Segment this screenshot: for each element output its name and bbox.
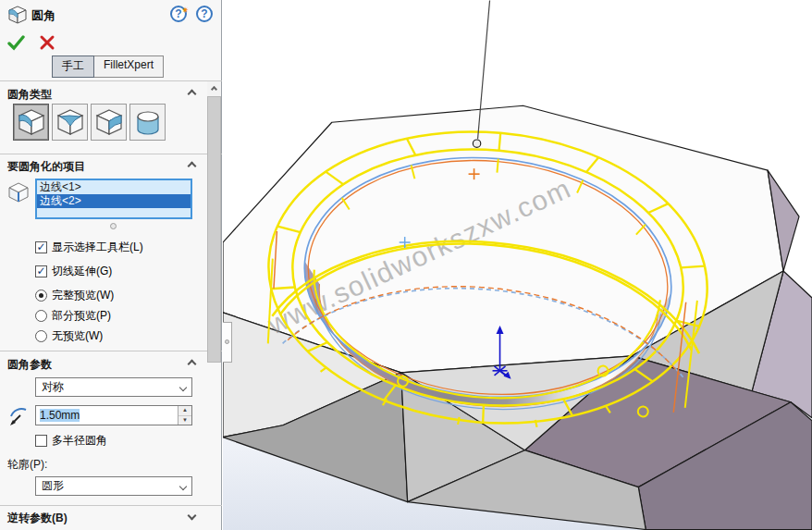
divider bbox=[0, 351, 222, 351]
partial-preview-option[interactable]: 部分预览(P) bbox=[35, 308, 111, 324]
spin-up-icon[interactable]: ▲ bbox=[178, 406, 191, 416]
full-preview-label: 完整预览(W) bbox=[52, 288, 114, 303]
multi-radius-option[interactable]: 多半径圆角 bbox=[35, 433, 107, 449]
cancel-button[interactable] bbox=[39, 34, 55, 51]
tab-manual[interactable]: 手工 bbox=[52, 55, 94, 78]
spin-down-icon[interactable]: ▼ bbox=[178, 416, 191, 425]
show-selection-toolbar-label: 显示选择工具栏(L) bbox=[52, 240, 143, 255]
spinner-buttons[interactable]: ▲ ▼ bbox=[178, 406, 191, 425]
chevron-down-icon bbox=[179, 384, 187, 391]
full-round-fillet-button[interactable] bbox=[129, 104, 166, 141]
panel-splitter-handle[interactable] bbox=[223, 322, 232, 363]
full-round-fillet-icon bbox=[133, 107, 163, 137]
no-preview-label: 无预览(W) bbox=[52, 328, 103, 344]
panel-scrollbar[interactable] bbox=[207, 81, 221, 363]
mode-tabs: 手工 FilletXpert bbox=[52, 55, 164, 78]
section-fillet-parameters: 圆角参数 bbox=[7, 357, 52, 373]
chevron-up-icon bbox=[211, 85, 217, 92]
radio-selected-icon[interactable] bbox=[35, 290, 47, 302]
full-preview-option[interactable]: 完整预览(W) bbox=[35, 288, 114, 303]
solidworks-window: 圆角 ? ✷ ? 手工 FilletXpert 圆角类型 bbox=[0, 0, 812, 530]
panel-header: 圆角 ? ✷ ? bbox=[0, 0, 222, 30]
edge-selection-icon bbox=[7, 181, 30, 203]
no-preview-option[interactable]: 无预览(W) bbox=[35, 328, 103, 344]
divider bbox=[0, 154, 222, 154]
checkbox-unchecked-icon[interactable] bbox=[35, 435, 47, 447]
radius-value: 1.50mm bbox=[40, 409, 80, 422]
collapse-parameters-icon[interactable] bbox=[188, 360, 197, 369]
checkbox-checked-icon[interactable]: ✓ bbox=[35, 241, 47, 253]
sparkle-icon: ✷ bbox=[181, 4, 189, 17]
section-items-to-fillet: 要圆角化的项目 bbox=[7, 159, 85, 175]
profile-dropdown[interactable]: 圆形 bbox=[35, 476, 192, 496]
symmetry-value: 对称 bbox=[42, 380, 64, 393]
edges-listbox[interactable]: 边线<1> 边线<2> bbox=[35, 179, 192, 219]
help-icon[interactable]: ? bbox=[196, 6, 213, 22]
listbox-resize-handle[interactable] bbox=[110, 223, 117, 229]
whats-new-help-icon[interactable]: ? ✷ bbox=[170, 6, 187, 22]
callout-endpoint-icon bbox=[473, 140, 480, 147]
divider bbox=[0, 505, 222, 506]
profile-value: 圆形 bbox=[42, 479, 64, 492]
edge-item-1[interactable]: 边线<1> bbox=[37, 180, 191, 194]
variable-size-fillet-button[interactable] bbox=[52, 104, 88, 141]
profile-label: 轮廓(P): bbox=[7, 457, 47, 473]
symmetry-dropdown[interactable]: 对称 bbox=[35, 377, 192, 397]
face-fillet-icon bbox=[94, 107, 124, 137]
radio-icon[interactable] bbox=[35, 310, 47, 322]
edge-item-2[interactable]: 边线<2> bbox=[37, 194, 191, 208]
panel-title: 圆角 bbox=[31, 7, 55, 24]
partial-preview-label: 部分预览(P) bbox=[52, 308, 111, 324]
section-setback-parameters: 逆转参数(B) bbox=[7, 511, 68, 526]
tab-filletxpert[interactable]: FilletXpert bbox=[94, 55, 164, 78]
chevron-down-icon bbox=[179, 483, 187, 490]
tangent-propagation-label: 切线延伸(G) bbox=[52, 264, 112, 279]
constant-fillet-icon bbox=[17, 107, 46, 137]
tangent-propagation-option[interactable]: ✓ 切线延伸(G) bbox=[35, 264, 112, 279]
section-fillet-type: 圆角类型 bbox=[7, 87, 52, 103]
radio-icon[interactable] bbox=[35, 330, 47, 342]
radius-input[interactable]: 1.50mm bbox=[36, 406, 178, 425]
radius-icon bbox=[7, 405, 30, 427]
variable-fillet-icon bbox=[55, 107, 85, 137]
ok-button[interactable] bbox=[7, 33, 26, 52]
expand-setback-icon[interactable] bbox=[188, 512, 197, 521]
collapse-fillet-type-icon[interactable] bbox=[188, 90, 197, 99]
show-selection-toolbar-option[interactable]: ✓ 显示选择工具栏(L) bbox=[35, 240, 143, 255]
multi-radius-label: 多半径圆角 bbox=[52, 433, 107, 449]
fillet-property-manager: 圆角 ? ✷ ? 手工 FilletXpert 圆角类型 bbox=[0, 0, 222, 530]
scrollbar-thumb[interactable] bbox=[207, 96, 221, 363]
divider bbox=[0, 80, 222, 81]
splitter-dot-icon bbox=[225, 339, 229, 344]
scroll-up-button[interactable] bbox=[207, 81, 221, 96]
fillet-feature-icon bbox=[7, 5, 28, 25]
constant-size-fillet-button[interactable] bbox=[13, 104, 49, 141]
face-fillet-button[interactable] bbox=[91, 104, 127, 141]
radius-spinbox[interactable]: 1.50mm ▲ ▼ bbox=[35, 405, 192, 425]
collapse-items-icon[interactable] bbox=[188, 162, 197, 171]
checkbox-checked-icon[interactable]: ✓ bbox=[35, 265, 47, 277]
model-view: www.solidworkszxw.com bbox=[223, 0, 812, 530]
graphics-area[interactable]: www.solidworkszxw.com bbox=[223, 0, 812, 530]
